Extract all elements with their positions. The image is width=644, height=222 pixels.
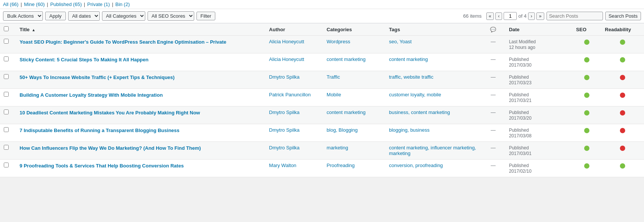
filter-link-published[interactable]: Published (65) xyxy=(50,2,82,7)
date-header: Date xyxy=(505,23,572,36)
category-link[interactable]: content marketing xyxy=(327,56,365,62)
row-date-cell: Published 2017/03/23 xyxy=(505,71,572,89)
row-comments-cell: — xyxy=(481,89,505,106)
row-title-cell: How Can Influencers Flip the Way We Do M… xyxy=(16,142,265,160)
row-checkbox[interactable] xyxy=(4,74,9,79)
filter-link-private[interactable]: Private (1) xyxy=(87,2,110,7)
category-link[interactable]: Wordpress xyxy=(327,39,350,44)
author-header: Author xyxy=(265,23,323,36)
category-link[interactable]: Traffic xyxy=(327,74,340,80)
seo-dot-icon xyxy=(584,57,589,62)
bulk-actions-select[interactable]: Bulk Actions xyxy=(3,11,43,21)
search-posts-button[interactable]: Search Posts xyxy=(605,12,641,20)
row-comments-cell: — xyxy=(481,36,505,53)
tags-link[interactable]: content marketing, influencer marketing,… xyxy=(389,145,476,156)
readability-dot-icon xyxy=(620,146,625,151)
prev-page-button[interactable]: ‹ xyxy=(495,12,502,20)
next-page-button[interactable]: › xyxy=(528,12,535,20)
row-tags-cell: traffic, website traffic xyxy=(385,71,481,89)
post-title-link[interactable]: 7 Indisputable Benefits of Running a Tra… xyxy=(20,127,262,134)
row-readability-cell xyxy=(601,106,644,124)
tags-link[interactable]: blogging, business xyxy=(389,127,430,133)
row-checkbox-cell xyxy=(0,53,16,71)
date-value: 2017/03/01 xyxy=(509,151,531,156)
title-sort-link[interactable]: Title ▲ xyxy=(20,27,35,32)
row-readability-cell xyxy=(601,71,644,89)
author-link[interactable]: Alicia Honeycutt xyxy=(269,39,304,44)
row-seo-cell xyxy=(572,160,601,177)
filter-link-all[interactable]: All (66) xyxy=(3,2,18,7)
seo-dot-icon xyxy=(584,75,589,80)
post-filter-links: All (66) | Mine (60) | Published (65) | … xyxy=(0,0,644,9)
author-link[interactable]: Patrick Panuncillon xyxy=(269,92,311,97)
tags-link[interactable]: business, content marketing xyxy=(389,109,450,115)
row-comments-cell: — xyxy=(481,142,505,160)
row-checkbox-cell xyxy=(0,71,16,89)
comments-header: 💬 xyxy=(481,23,505,36)
row-author-cell: Dmytro Spilka xyxy=(265,71,323,89)
row-tags-cell: customer loyalty, mobile xyxy=(385,89,481,106)
row-title-cell: 7 Indisputable Benefits of Running a Tra… xyxy=(16,124,265,142)
author-link[interactable]: Dmytro Spilka xyxy=(269,145,300,151)
seo-scores-select[interactable]: All SEO Scores xyxy=(148,11,194,21)
table-row: 7 Indisputable Benefits of Running a Tra… xyxy=(0,124,644,142)
row-title-cell: 10 Deadliest Content Marketing Mistakes … xyxy=(16,106,265,124)
row-comments-cell: — xyxy=(481,106,505,124)
date-label: Published xyxy=(509,110,529,115)
row-author-cell: Alicia Honeycutt xyxy=(265,53,323,71)
row-checkbox[interactable] xyxy=(4,127,9,132)
category-link[interactable]: content marketing xyxy=(327,109,365,115)
post-title-link[interactable]: Sticky Content: 5 Crucial Steps To Makin… xyxy=(20,56,262,63)
date-label: Published xyxy=(509,163,529,168)
row-checkbox[interactable] xyxy=(4,145,9,150)
select-all-checkbox[interactable] xyxy=(4,26,9,31)
apply-button[interactable]: Apply xyxy=(45,12,66,20)
row-title-cell: Sticky Content: 5 Crucial Steps To Makin… xyxy=(16,53,265,71)
category-link[interactable]: blog, Blogging xyxy=(327,127,358,133)
post-title-link[interactable]: 50+ Ways To Increase Website Traffic (+ … xyxy=(20,74,262,81)
row-checkbox-cell xyxy=(0,89,16,106)
row-categories-cell: content marketing xyxy=(323,106,385,124)
tags-link[interactable]: content marketing xyxy=(389,56,428,62)
row-checkbox[interactable] xyxy=(4,56,9,61)
row-checkbox[interactable] xyxy=(4,109,9,114)
post-title-link[interactable]: 10 Deadliest Content Marketing Mistakes … xyxy=(20,109,262,116)
readability-dot-icon xyxy=(620,40,625,45)
tags-link[interactable]: customer loyalty, mobile xyxy=(389,92,441,97)
last-page-button[interactable]: » xyxy=(536,12,544,20)
tags-link[interactable]: seo, Yoast xyxy=(389,39,412,44)
category-link[interactable]: Proofreading xyxy=(327,163,355,168)
author-link[interactable]: Dmytro Spilka xyxy=(269,127,300,133)
date-value: 2017/03/08 xyxy=(509,133,531,138)
row-seo-cell xyxy=(572,142,601,160)
filter-button[interactable]: Filter xyxy=(196,12,216,20)
post-title-link[interactable]: How Can Influencers Flip the Way We Do M… xyxy=(20,145,262,152)
row-readability-cell xyxy=(601,124,644,142)
comments-value: — xyxy=(491,92,496,97)
post-title-link[interactable]: Building A Customer Loyalty Strategy Wit… xyxy=(20,92,262,99)
category-link[interactable]: Mobile xyxy=(327,92,341,97)
post-title-link[interactable]: Yoast SEO Plugin: Beginner's Guide To Wo… xyxy=(20,39,262,46)
row-checkbox-cell xyxy=(0,106,16,124)
dates-select[interactable]: All dates xyxy=(68,11,100,21)
page-input[interactable] xyxy=(504,12,517,20)
tags-link[interactable]: conversion, proofreading xyxy=(389,163,443,168)
categories-select[interactable]: All Categories xyxy=(102,11,145,21)
row-checkbox[interactable] xyxy=(4,163,9,167)
first-page-button[interactable]: « xyxy=(486,12,494,20)
row-checkbox[interactable] xyxy=(4,92,9,97)
filter-link-mine[interactable]: Mine (60) xyxy=(24,2,45,7)
comments-value: — xyxy=(491,145,496,151)
author-link[interactable]: Alicia Honeycutt xyxy=(269,56,304,62)
filter-link-bin[interactable]: Bin (2) xyxy=(115,2,129,7)
post-title-link[interactable]: 9 Proofreading Tools & Services That Hel… xyxy=(20,163,262,169)
author-link[interactable]: Mary Walton xyxy=(269,163,296,168)
tags-link[interactable]: traffic, website traffic xyxy=(389,74,434,80)
row-checkbox[interactable] xyxy=(4,39,9,44)
author-link[interactable]: Dmytro Spilka xyxy=(269,109,300,115)
search-input[interactable] xyxy=(547,12,603,20)
author-link[interactable]: Dmytro Spilka xyxy=(269,74,300,80)
items-count: 66 items xyxy=(463,13,481,19)
row-categories-cell: Proofreading xyxy=(323,160,385,177)
category-link[interactable]: marketing xyxy=(327,145,348,151)
